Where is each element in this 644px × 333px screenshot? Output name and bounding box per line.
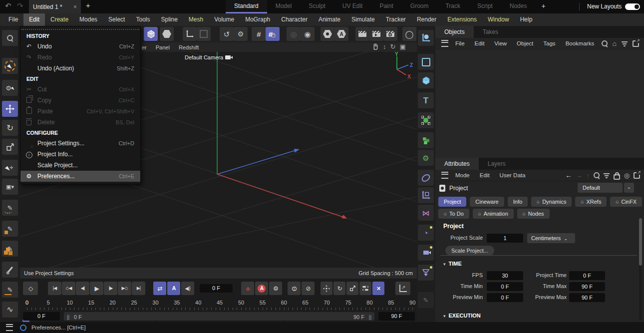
pill-animation[interactable]: ⌂Animation [473, 209, 514, 219]
filter-icon[interactable] [622, 40, 628, 46]
menu-window[interactable]: Window [482, 13, 515, 26]
play-mode-a-button[interactable]: A [167, 282, 180, 295]
menu-tearoff-strip[interactable] [21, 26, 139, 30]
spline-smooth-tool-button[interactable]: ∿ [2, 302, 18, 318]
play-button[interactable]: ▶ [90, 282, 103, 295]
loop-playback-button[interactable]: ⇄ [153, 282, 166, 295]
redo-icon[interactable]: ↷ [17, 2, 23, 9]
home-icon[interactable]: ⌂ [613, 40, 617, 47]
snap-tool-button[interactable]: ▣▾ [2, 179, 18, 195]
render-view-button[interactable] [355, 27, 369, 41]
layout-tab-sculpt[interactable]: Sculpt [300, 0, 333, 13]
menu-item-cut[interactable]: ✂ Cut Ctrl+X [20, 84, 140, 95]
goto-start-button[interactable]: |◀ [48, 282, 61, 295]
menu-item-project-info[interactable]: i Project Info... [20, 149, 140, 160]
keyframe-selection-button[interactable]: Θ [288, 282, 301, 295]
hamburger-icon[interactable] [6, 324, 13, 331]
pan-hand-icon[interactable] [372, 43, 379, 50]
pill-dynamics[interactable]: ⌂Dynamics [531, 197, 572, 207]
pill-todo[interactable]: ⌂To Do [438, 209, 469, 219]
record-keyframe-button[interactable]: ◇ [23, 282, 38, 295]
project-time-field[interactable]: 0 F [569, 271, 605, 280]
use-project-settings-label[interactable]: Use Project Settings [24, 270, 74, 276]
menu-select[interactable]: Select [103, 13, 130, 26]
menu-tracker[interactable]: Tracker [380, 13, 411, 26]
timeline-ruler[interactable]: 051015202530354045505560657075808590 [20, 299, 417, 311]
key-pla-button[interactable]: × [372, 282, 384, 295]
layout-tab-model[interactable]: Model [267, 0, 301, 13]
objects-menu-view[interactable]: View [489, 40, 512, 46]
project-scale-unit-dropdown[interactable]: Centimeters ⌄ [527, 233, 575, 243]
layout-tab-paint[interactable]: Paint [371, 0, 401, 13]
up-arrow-icon[interactable]: ↑ [586, 172, 590, 179]
filter-eye-button[interactable] [321, 27, 334, 41]
key-parameter-button[interactable] [359, 282, 371, 295]
menu-item-preferences[interactable]: ⚙ Preferences... Ctrl+E [20, 171, 140, 182]
close-tab-icon[interactable]: × [73, 3, 77, 10]
tab-takes[interactable]: Takes [474, 26, 507, 38]
goto-end-button[interactable]: ▶| [132, 282, 145, 295]
menu-create[interactable]: Create [45, 13, 74, 26]
sketch-pen-tool-button[interactable]: ✎ [2, 282, 18, 298]
time-max-field[interactable]: 90 F [569, 282, 605, 291]
menu-mesh[interactable]: Mesh [183, 13, 209, 26]
objects-menu-object[interactable]: Object [512, 40, 538, 46]
menu-item-paste[interactable]: Paste Ctrl+V, Ctrl+Shift+V [20, 106, 140, 117]
brush-tool-button[interactable] [2, 262, 18, 278]
hamburger-icon[interactable] [441, 40, 448, 47]
pill-nodes[interactable]: ⌂Nodes [517, 209, 550, 219]
menu-item-undo[interactable]: ↶ Undo Ctrl+Z [20, 41, 140, 52]
play-sound-button[interactable]: ◀) [181, 282, 194, 295]
add-layout-button[interactable]: + [535, 0, 551, 13]
menu-volume[interactable]: Volume [209, 13, 240, 26]
dolly-icon[interactable]: ↕ [383, 43, 386, 50]
preview-range-slider[interactable]: || 0 F 90 F || [64, 312, 374, 321]
symmetry-button[interactable]: ⋈ [418, 205, 434, 221]
filter-a-button[interactable]: A [334, 27, 348, 41]
time-section-header[interactable]: ▾TIME [443, 259, 462, 268]
material-button[interactable]: ✎ [418, 292, 434, 308]
spline-axis-button[interactable] [418, 30, 434, 46]
snap-grid-lock-button[interactable]: # [266, 27, 280, 41]
layout-tab-script[interactable]: Script [469, 0, 501, 13]
menu-tools[interactable]: Tools [130, 13, 155, 26]
next-frame-button[interactable]: |▶ [104, 282, 117, 295]
layout-tab-track[interactable]: Track [437, 0, 469, 13]
spline-primitive-button[interactable] [418, 54, 434, 70]
viewport-menu-panel[interactable]: Panel [156, 44, 170, 50]
menu-spline[interactable]: Spline [155, 13, 183, 26]
move-tool-button[interactable] [2, 101, 18, 117]
floor-stage-button[interactable] [418, 265, 434, 281]
render-picture-viewer-button[interactable] [369, 27, 383, 41]
menu-item-project-settings[interactable]: Project Settings... Ctrl+D [20, 138, 140, 149]
render-settings-button[interactable] [383, 27, 397, 41]
scale-project-button[interactable]: Scale Project... [445, 246, 494, 256]
objects-menu-bookmarks[interactable]: Bookmarks [561, 40, 600, 46]
menu-render[interactable]: Render [411, 13, 442, 26]
hamburger-icon[interactable] [441, 172, 448, 179]
objects-menu-file[interactable]: File [450, 40, 470, 46]
layout-tab-standard[interactable]: Standard [226, 0, 267, 13]
objects-menu-edit[interactable]: Edit [470, 40, 490, 46]
attributes-menu-mode[interactable]: Mode [450, 172, 475, 178]
range-start-field[interactable]: 0 F [23, 312, 60, 321]
menu-item-delete[interactable]: Delete BS, Del [20, 117, 140, 128]
keyframe-settings-button[interactable]: ⚙ [269, 282, 282, 295]
key-rotation-button[interactable]: ↻ [333, 282, 345, 295]
record-active-objects-button[interactable]: ◆ [241, 282, 254, 295]
scale-tool-button[interactable] [2, 139, 18, 155]
field-button[interactable]: ⚙ [418, 150, 434, 166]
tab-objects[interactable]: Objects [435, 26, 474, 38]
key-scale-button[interactable] [346, 282, 358, 295]
menu-extensions[interactable]: Extensions [442, 13, 482, 26]
cloner-button[interactable] [418, 112, 434, 128]
menu-help[interactable]: Help [515, 13, 538, 26]
interactive-render-button[interactable]: ◯ [402, 27, 416, 41]
document-tab[interactable]: Untitled 1 * × [29, 0, 81, 13]
spline-pen-tool-button[interactable]: ✎ [2, 200, 18, 216]
selection-move-tool-button[interactable]: ✛ [2, 160, 18, 176]
forward-arrow-icon[interactable]: → [576, 172, 582, 179]
viewport-menu-redshift[interactable]: Redshift [179, 44, 199, 50]
current-frame-field[interactable]: 0 F [200, 284, 233, 293]
layout-tab-nodes[interactable]: Nodes [501, 0, 536, 13]
